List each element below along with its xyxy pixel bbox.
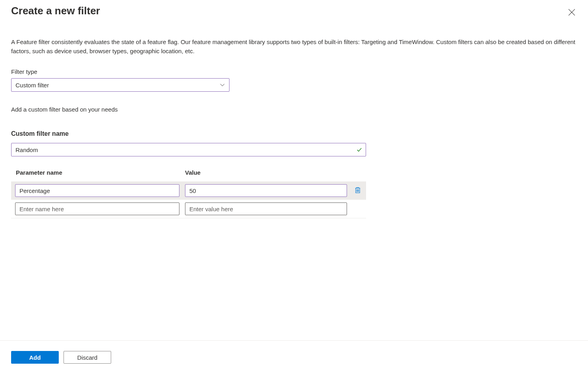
- close-icon: [568, 9, 575, 17]
- description-text: A Feature filter consistently evaluates …: [11, 38, 577, 56]
- filter-type-select[interactable]: Custom filter: [11, 78, 229, 92]
- page-title: Create a new filter: [11, 5, 100, 17]
- filter-help-text: Add a custom filter based on your needs: [11, 106, 577, 113]
- param-name-input[interactable]: [15, 202, 179, 215]
- close-button[interactable]: [567, 7, 577, 19]
- param-row: [11, 200, 366, 218]
- param-header-name: Parameter name: [16, 169, 185, 176]
- discard-button[interactable]: Discard: [64, 351, 111, 364]
- footer: Add Discard: [0, 340, 588, 374]
- param-header-value: Value: [185, 169, 361, 176]
- param-row: [11, 181, 366, 200]
- add-button[interactable]: Add: [11, 351, 59, 364]
- filter-type-label: Filter type: [11, 68, 577, 75]
- custom-filter-name-input[interactable]: [11, 143, 366, 156]
- param-divider: [11, 218, 366, 218]
- param-value-input[interactable]: [185, 202, 347, 215]
- param-name-input[interactable]: [15, 184, 179, 197]
- trash-icon: [354, 187, 361, 195]
- delete-param-button[interactable]: [353, 185, 363, 197]
- custom-filter-name-label: Custom filter name: [11, 130, 577, 137]
- param-value-input[interactable]: [185, 184, 347, 197]
- filter-type-selected-value: Custom filter: [15, 82, 49, 89]
